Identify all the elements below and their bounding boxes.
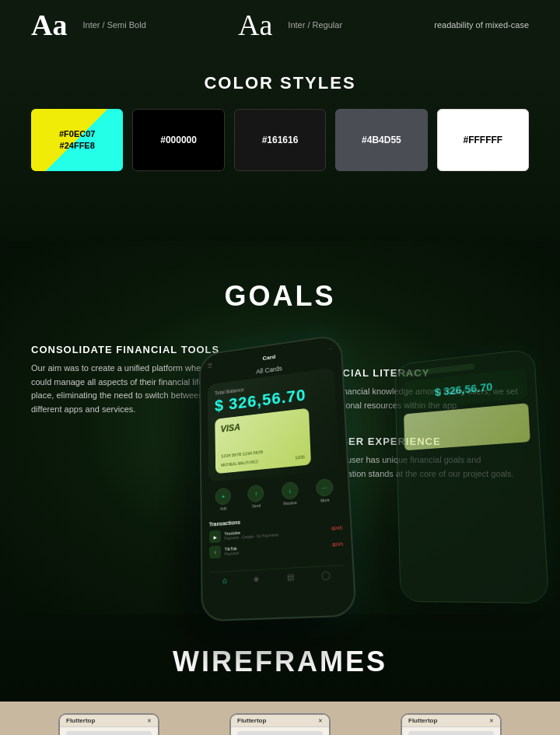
wireframe-screen-1: Fluttertop ✕ [58,713,159,735]
color-swatch-dark: #161616 [234,109,326,171]
wireframe-1-header: Fluttertop ✕ [60,715,158,727]
send-icon: ↑ [247,485,264,502]
color-swatch-gradient: #F0EC07 #24FFE8 [31,109,123,171]
phone-behind: $ 326,56.70 [394,348,549,604]
type-regular-label: Aa [238,8,272,42]
add-label: Add [220,506,226,511]
wireframe-3-body [402,727,500,735]
card-expiry: 12/26 [295,454,304,460]
wireframe-3-box1 [408,731,494,735]
wireframe-2-body [231,727,329,735]
wireframes-title: WIREFRAMES [0,646,560,678]
send-label: Send [252,503,261,509]
youtube-info: Youtube Payment · Google · by Payments [224,523,330,541]
goals-content: CONSOLIDATE FINANCIAL TOOLS Our aim was … [31,344,529,504]
wireframe-2-box1 [237,731,323,735]
swatch-gradient-label1: #F0EC07 [59,128,95,140]
wireframe-3-title: Fluttertop [408,717,437,724]
type-bold-label: Aa [31,8,67,42]
type-regular-sample: Aa Inter / Regular [238,8,342,42]
home-bottom-icon[interactable]: ⌂ [222,576,227,585]
wireframe-3-icon: ✕ [489,718,494,724]
card-number: 1234 5678 1234 5678 [221,450,263,458]
transactions-section: Transactions ▶ Youtube Payment · Google … [209,508,344,566]
goals-section: GOALS CONSOLIDATE FINANCIAL TOOLS Our ai… [0,241,560,614]
wireframe-1-title: Fluttertop [66,717,95,724]
more-label: More [320,498,330,503]
color-swatch-black: #000000 [132,109,224,171]
typography-section: Aa Inter / Semi Bold Aa Inter / Regular … [0,0,560,58]
wireframes-preview: Fluttertop ✕ Fluttertop ✕ [0,702,560,735]
phone-mockup-container: $ 326,56.70 ☰ Card ··· All Cards T [194,336,412,632]
type-regular-sub: Inter / Regular [288,20,342,30]
action-add[interactable]: + Add [215,488,232,512]
wireframe-1-box1 [66,731,152,735]
swatch-white-label: #FFFFFF [463,135,502,145]
swatch-gray-label: #4B4D55 [362,135,401,145]
color-swatches-container: #F0EC07 #24FFE8 #000000 #161616 #4B4D55 … [31,109,529,171]
action-more[interactable]: ··· More [316,478,334,503]
wireframe-1-icon: ✕ [147,718,152,724]
chart-bottom-icon[interactable]: ◈ [254,574,260,583]
phone-screen: ☰ Card ··· All Cards Total Balance $ 326… [201,335,355,620]
swatch-black-label: #000000 [160,135,197,145]
action-receive[interactable]: ↓ Receive [281,481,298,506]
wireframe-1-body [60,727,158,735]
visa-logo: VISA [221,415,303,434]
phone-bottom-bar: ⌂ ◈ ▤ ◯ [209,565,345,586]
phone-behind-screen: $ 326,56.70 [395,349,548,603]
wireframe-3-header: Fluttertop ✕ [402,715,500,727]
wireframe-2-icon: ✕ [318,718,323,724]
tiktok-info: TikTok Payment [225,540,331,556]
readability-text: readability of mixed-case [434,20,529,30]
card-bottom-icon[interactable]: ▤ [286,572,293,582]
type-bold-sample: Aa Inter / Semi Bold [31,8,146,42]
receive-label: Receive [283,500,297,506]
goals-title: GOALS [31,280,529,313]
color-styles-title: COLOR STYLES [31,73,529,93]
card-holder: MICHEAL MALITI-RCZ [221,459,258,467]
tiktok-icon: ♪ [209,545,221,558]
wireframe-screen-3: Fluttertop ✕ [401,713,502,735]
wireframe-screen-2: Fluttertop ✕ [229,713,331,735]
youtube-icon: ▶ [209,530,221,544]
phone-mockup-front: ☰ Card ··· All Cards Total Balance $ 326… [199,334,357,621]
color-swatch-white: #FFFFFF [437,109,529,171]
tiktok-amount: -$245 [331,541,343,547]
youtube-amount: -$245 [330,525,342,530]
action-send[interactable]: ↑ Send [247,485,264,509]
add-icon: + [215,488,232,506]
color-swatch-gray: #4B4D55 [335,109,427,171]
wireframes-section: WIREFRAMES Fluttertop ✕ Fluttertop ✕ [0,614,560,735]
type-bold-sub: Inter / Semi Bold [82,20,145,30]
wireframe-2-title: Fluttertop [237,717,266,724]
profile-bottom-icon[interactable]: ◯ [321,570,331,579]
receive-icon: ↓ [281,481,298,500]
phone-actions: + Add ↑ Send ↓ Receive ··· [208,478,341,512]
section-spacer [0,194,560,241]
swatch-gradient-label2: #24FFE8 [60,140,95,152]
visa-card: VISA 1234 5678 1234 5678 MICHEAL MALITI-… [215,408,311,474]
wireframe-2-header: Fluttertop ✕ [231,715,329,727]
phone-card-label: Card [262,353,275,362]
phone-card-area: Total Balance $ 326,56.70 VISA 1234 5678… [208,368,339,482]
swatch-dark-label: #161616 [262,135,299,145]
more-icon: ··· [316,478,334,497]
color-styles-section: COLOR STYLES #F0EC07 #24FFE8 #000000 #16… [0,58,560,194]
